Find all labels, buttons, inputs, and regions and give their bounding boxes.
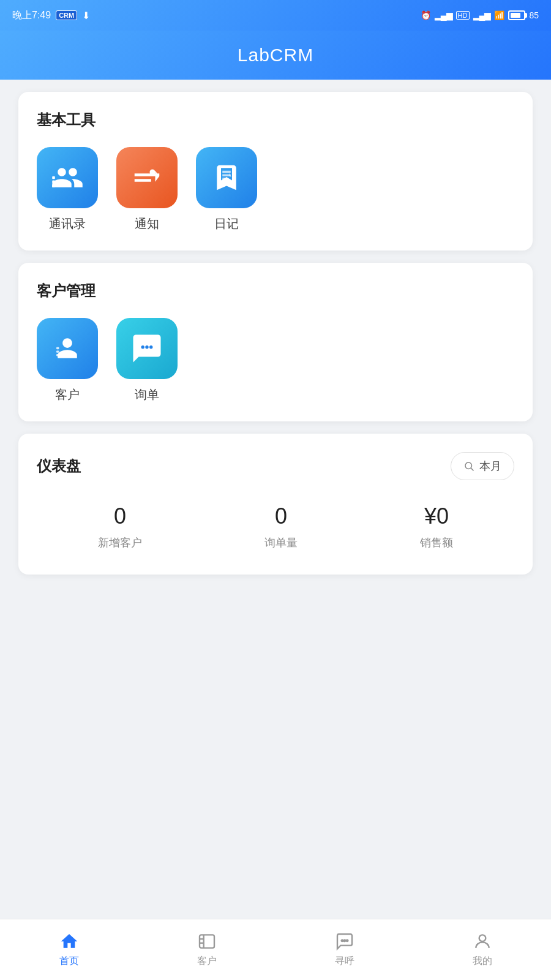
svg-point-8 xyxy=(145,345,148,349)
svg-rect-12 xyxy=(200,935,214,948)
new-customers-stat: 0 新增客户 xyxy=(98,503,142,550)
alarm-icon: ⏰ xyxy=(421,10,431,20)
svg-line-11 xyxy=(471,468,473,470)
inquiry-count-value: 0 xyxy=(275,503,287,529)
status-bar-left: 晚上7:49 CRM ⬇ xyxy=(12,9,90,22)
app-title: LabCRM xyxy=(238,45,313,66)
svg-point-17 xyxy=(343,940,345,941)
app-header: LabCRM xyxy=(0,31,551,80)
contacts-label: 通讯录 xyxy=(49,216,86,232)
new-customers-value: 0 xyxy=(114,503,126,529)
tab-customers-label: 客户 xyxy=(197,955,217,968)
contacts-item[interactable]: 通讯录 xyxy=(37,147,98,232)
customers-label: 客户 xyxy=(55,386,80,403)
basic-tools-card: 基本工具 通讯录 xyxy=(18,92,533,251)
inquiry-count-stat: 0 询单量 xyxy=(264,503,298,550)
tab-home-label: 首页 xyxy=(59,955,79,968)
battery-level: 85 xyxy=(529,10,539,20)
notifications-label: 通知 xyxy=(135,216,159,232)
svg-point-16 xyxy=(341,940,343,941)
inquiries-icon xyxy=(130,332,163,365)
inquiries-item[interactable]: 询单 xyxy=(116,318,178,403)
sales-amount-stat: ¥0 销售额 xyxy=(420,503,453,550)
notifications-icon-box xyxy=(116,147,178,208)
tab-profile-label: 我的 xyxy=(473,955,492,968)
sales-amount-label: 销售额 xyxy=(420,535,453,550)
customers-item[interactable]: 客户 xyxy=(37,318,98,403)
svg-point-3 xyxy=(62,338,72,348)
tab-profile[interactable]: 我的 xyxy=(460,927,504,973)
main-content: 基本工具 通讯录 xyxy=(0,80,551,919)
signal2-icon: ▂▄▆ xyxy=(473,10,491,20)
notifications-icon xyxy=(130,161,163,194)
svg-rect-4 xyxy=(56,347,59,349)
status-bar: 晚上7:49 CRM ⬇ ⏰ ▂▄▆ HD ▂▄▆ 📶 85 xyxy=(0,0,551,31)
dashboard-card: 仪表盘 本月 0 新增客户 0 询单量 ¥0 销售额 xyxy=(18,434,533,575)
customer-management-card: 客户管理 客户 xyxy=(18,263,533,421)
search-icon xyxy=(463,461,474,472)
customers-tab-icon xyxy=(197,932,217,951)
new-customers-label: 新增客户 xyxy=(98,535,142,550)
svg-rect-2 xyxy=(52,184,55,187)
customer-management-title: 客户管理 xyxy=(37,281,514,301)
home-icon xyxy=(59,932,79,951)
notifications-item[interactable]: 通知 xyxy=(116,147,178,232)
inquiries-icon-box xyxy=(116,318,178,379)
svg-point-19 xyxy=(479,935,485,941)
dashboard-header: 仪表盘 本月 xyxy=(37,452,514,480)
tab-bar: 首页 客户 寻呼 我的 xyxy=(0,919,551,980)
profile-icon xyxy=(473,932,492,951)
diary-icon-box xyxy=(196,147,257,208)
basic-tools-title: 基本工具 xyxy=(37,110,514,130)
contacts-icon xyxy=(51,161,84,194)
search-call-icon xyxy=(335,932,354,951)
hd-badge: HD xyxy=(456,11,470,20)
inquiries-label: 询单 xyxy=(135,386,159,403)
sales-amount-value: ¥0 xyxy=(424,503,449,529)
signal-icon: ▂▄▆ xyxy=(435,10,452,20)
tab-search-call-label: 寻呼 xyxy=(335,955,354,968)
svg-rect-5 xyxy=(56,350,59,352)
svg-rect-6 xyxy=(56,354,59,356)
diary-label: 日记 xyxy=(214,216,239,232)
customer-management-grid: 客户 询单 xyxy=(37,318,514,403)
tab-search-call[interactable]: 寻呼 xyxy=(323,927,367,973)
inquiry-count-label: 询单量 xyxy=(264,535,298,550)
wifi-icon: 📶 xyxy=(494,10,504,20)
svg-point-9 xyxy=(149,345,152,349)
tab-home[interactable]: 首页 xyxy=(47,927,91,973)
diary-icon xyxy=(210,161,243,194)
download-icon: ⬇ xyxy=(82,10,90,21)
tab-customers[interactable]: 客户 xyxy=(185,927,229,973)
customers-icon xyxy=(51,332,84,365)
battery-icon xyxy=(508,10,525,20)
svg-point-18 xyxy=(346,940,348,941)
time-display: 晚上7:49 xyxy=(12,9,51,22)
basic-tools-grid: 通讯录 通知 日 xyxy=(37,147,514,232)
svg-point-7 xyxy=(141,345,144,349)
status-bar-right: ⏰ ▂▄▆ HD ▂▄▆ 📶 85 xyxy=(421,10,539,20)
svg-rect-1 xyxy=(52,181,55,184)
filter-label: 本月 xyxy=(479,459,501,473)
filter-button[interactable]: 本月 xyxy=(451,452,514,480)
crm-badge: CRM xyxy=(56,10,77,20)
customers-icon-box xyxy=(37,318,98,379)
contacts-icon-box xyxy=(37,147,98,208)
dashboard-stats: 0 新增客户 0 询单量 ¥0 销售额 xyxy=(37,497,514,556)
dashboard-title: 仪表盘 xyxy=(37,456,81,476)
diary-item[interactable]: 日记 xyxy=(196,147,257,232)
svg-rect-0 xyxy=(52,176,55,179)
svg-point-10 xyxy=(465,462,472,469)
